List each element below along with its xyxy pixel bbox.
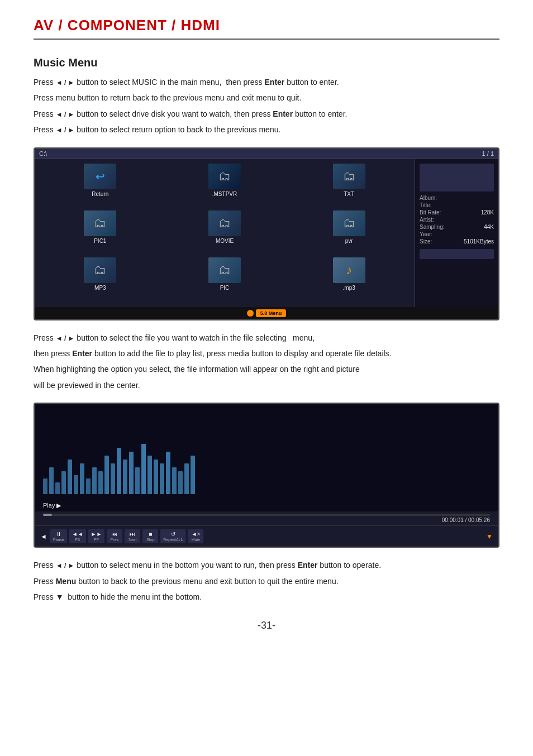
folder-label-txt: TXT: [344, 191, 354, 197]
browser-grid: ↩ Return 🗂 .MSTPVR: [35, 159, 415, 307]
info-extra-bar: [420, 249, 494, 259]
section-title: Music Menu: [34, 56, 499, 69]
info-value-size: 5101KBytes: [464, 238, 494, 245]
stop-icon: ■: [149, 531, 152, 537]
eq-bar: [166, 452, 170, 494]
ctrl-fb[interactable]: ◄◄ FB: [69, 529, 86, 543]
time-total: 00:05:26: [468, 517, 490, 523]
grid-item-mstpvr[interactable]: 🗂 .MSTPVR: [164, 164, 286, 208]
info-row-year: Year:: [420, 231, 494, 237]
ctrl-stop[interactable]: ■ Stop: [142, 529, 158, 543]
instruction-2-3: When highlighting the option you select,…: [34, 363, 499, 375]
grid-item-mp3[interactable]: 🗂 MP3: [39, 257, 161, 302]
folder-label-pvr: pvr: [345, 238, 353, 244]
instructions-3: Press ◄ / ► button to select menu in the…: [34, 559, 499, 603]
folder-label-mp3file: .mp3: [343, 285, 355, 291]
eq-bar: [92, 467, 97, 494]
music-menu-section: Music Menu Press ◄ / ► button to select …: [34, 56, 499, 603]
music-note-icon: ♪: [346, 263, 352, 277]
volume-left-icon: ◄: [40, 533, 47, 540]
info-label-title: Title:: [420, 202, 431, 208]
instructions-2: Press ◄ / ► button to select the file yo…: [34, 332, 499, 392]
info-label-album: Album:: [420, 195, 437, 201]
prev-icon: ⏮: [112, 531, 117, 537]
page-title: AV / COMPONENT / HDMI: [34, 17, 499, 34]
instruction-3-1: Press ◄ / ► button to select menu in the…: [34, 559, 499, 571]
menu-button[interactable]: 5.0 Menu: [256, 309, 287, 317]
folder-thumb-mp3: 🗂: [84, 257, 116, 283]
play-label: Play ▶: [35, 500, 498, 511]
fb-icon: ◄◄: [72, 531, 83, 537]
info-row-album: Album:: [420, 195, 494, 201]
grid-item-return[interactable]: ↩ Return: [39, 164, 161, 208]
eq-bar: [98, 471, 103, 495]
eq-bar: [160, 463, 164, 494]
ctrl-ff[interactable]: ►► FF: [88, 529, 105, 543]
browser-top-bar: C:\ 1 / 1: [35, 149, 498, 159]
grid-item-pvr[interactable]: 🗂 pvr: [288, 210, 410, 255]
info-row-title: Title:: [420, 202, 494, 208]
eq-bar: [111, 463, 115, 494]
player-controls: ◄ ⏸ Pause ◄◄ FB ►► FF ⏮ Prev. ⏭ Next: [35, 525, 498, 547]
eq-bar: [184, 463, 189, 494]
eq-bar: [123, 460, 127, 494]
folder-thumb-pic: 🗂: [208, 257, 241, 283]
browser-path: C:\: [39, 150, 47, 157]
instruction-1: Press ◄ / ► button to select MUSIC in th…: [34, 76, 499, 88]
info-row-artist: Artist:: [420, 217, 494, 223]
grid-item-movie[interactable]: 🗂 MOVIE: [164, 210, 286, 255]
progress-bar-fill: [43, 514, 52, 516]
ctrl-pause[interactable]: ⏸ Pause: [50, 529, 67, 543]
file-browser-screen: C:\ 1 / 1 ↩ Return 🗂: [34, 147, 499, 320]
info-row-size: Size: 5101KBytes: [420, 238, 494, 245]
eq-bar: [74, 475, 78, 495]
folder-label-mstpvr: .MSTPVR: [212, 191, 237, 197]
eq-bar: [147, 456, 152, 494]
instruction-2-2: then press Enter button to add the file …: [34, 347, 499, 360]
grid-item-pic1[interactable]: 🗂 PIC1: [39, 210, 161, 255]
instruction-2: Press menu button to return back to the …: [34, 92, 499, 104]
browser-bottom: 5.0 Menu: [35, 307, 498, 319]
eq-bar: [178, 471, 183, 495]
eq-bar: [172, 467, 177, 494]
grid-item-txt[interactable]: 🗂 TXT: [288, 164, 410, 208]
folder-thumb-mstpvr: 🗂: [208, 164, 241, 189]
folder-thumb-movie: 🗂: [208, 210, 241, 236]
ctrl-next[interactable]: ⏭ Next: [125, 529, 140, 543]
repeat-icon: ↺: [171, 531, 175, 537]
info-label-year: Year:: [420, 231, 432, 237]
instruction-3-2: Press Menu button to back to the previou…: [34, 575, 499, 587]
folder-label-mp3: MP3: [94, 285, 106, 291]
scroll-down-icon[interactable]: ▼: [486, 533, 493, 540]
instruction-3-3: Press ▼ button to hide the menu int the …: [34, 591, 499, 603]
eq-bar: [55, 482, 60, 494]
folder-thumb-mp3file: ♪: [333, 257, 365, 283]
ctrl-mute[interactable]: ◄× Mute: [188, 529, 203, 543]
browser-content: ↩ Return 🗂 .MSTPVR: [35, 159, 498, 307]
info-row-sampling: Sampling: 44K: [420, 224, 494, 230]
next-icon: ⏭: [130, 531, 135, 537]
page-header: AV / COMPONENT / HDMI: [34, 17, 499, 40]
folder-thumb-pic1: 🗂: [84, 210, 116, 236]
info-label-sampling: Sampling:: [420, 224, 444, 230]
mute-icon: ◄×: [192, 531, 201, 537]
pause-icon: ⏸: [56, 531, 61, 537]
eq-bar: [141, 444, 146, 494]
folder-label-movie: MOVIE: [216, 238, 234, 244]
instruction-2-4: will be previewed in the center.: [34, 379, 499, 391]
ctrl-prev[interactable]: ⏮ Prev.: [107, 529, 122, 543]
info-row-bitrate: Bit Rate: 128K: [420, 209, 494, 216]
folder-label-pic1: PIC1: [94, 238, 106, 244]
grid-item-mp3file[interactable]: ♪ .mp3: [288, 257, 410, 302]
folder-thumb-pvr: 🗂: [333, 210, 365, 236]
info-label-bitrate: Bit Rate:: [420, 209, 441, 216]
ctrl-repeat[interactable]: ↺ RepeatALL: [160, 529, 185, 543]
folder-label-return: Return: [92, 191, 108, 197]
folder-thumb-txt: 🗂: [333, 164, 365, 189]
info-label-artist: Artist:: [420, 217, 434, 223]
instructions-1: Press ◄ / ► button to select MUSIC in th…: [34, 76, 499, 136]
info-thumbnail: [420, 164, 494, 192]
eq-bar: [86, 479, 91, 494]
eq-bar: [191, 456, 195, 494]
grid-item-pic[interactable]: 🗂 PIC: [164, 257, 286, 302]
